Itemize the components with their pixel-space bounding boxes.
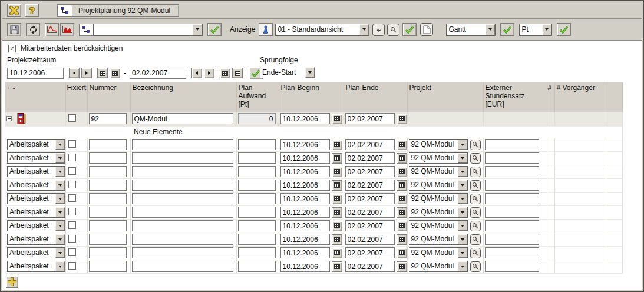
calendar-button[interactable] xyxy=(332,167,342,177)
dropdown-arrow-icon[interactable] xyxy=(458,153,467,163)
projekt-lookup-button[interactable] xyxy=(470,207,481,218)
element-type-select[interactable]: Arbeitspaket xyxy=(7,261,65,272)
fixiert-checkbox[interactable] xyxy=(68,221,76,229)
calendar-button[interactable] xyxy=(332,248,342,258)
close-button[interactable] xyxy=(7,4,21,17)
dropdown-arrow-icon[interactable] xyxy=(458,261,467,271)
calendar-button[interactable] xyxy=(397,207,407,218)
plan-ende-input[interactable] xyxy=(345,220,395,231)
dropdown-arrow-icon[interactable] xyxy=(458,234,467,244)
unit-select[interactable]: Pt xyxy=(519,24,552,36)
end-calendar-alt-button[interactable] xyxy=(232,68,243,78)
element-type-select[interactable]: Arbeitspaket xyxy=(7,166,65,177)
dropdown-arrow-icon[interactable] xyxy=(55,194,65,204)
nummer-input[interactable] xyxy=(89,247,127,258)
dropdown-arrow-icon[interactable] xyxy=(55,248,65,258)
page-tab[interactable]: Projektplanung 92 QM-Modul xyxy=(57,4,179,17)
plan-beginn-input[interactable] xyxy=(280,207,330,218)
dropdown-arrow-icon[interactable] xyxy=(458,194,467,204)
plan-ende-input[interactable] xyxy=(345,113,395,124)
stundensatz-input[interactable] xyxy=(485,247,539,258)
user-view-button[interactable] xyxy=(259,23,273,36)
calendar-button[interactable] xyxy=(397,114,407,124)
fixiert-checkbox[interactable] xyxy=(68,262,76,270)
fixiert-checkbox[interactable] xyxy=(68,181,76,188)
dropdown-arrow-icon[interactable] xyxy=(55,167,65,177)
projekt-select[interactable]: 92 QM-Modul xyxy=(409,166,468,177)
stundensatz-input[interactable] xyxy=(485,261,539,272)
save-button[interactable] xyxy=(7,23,21,36)
projekt-lookup-button[interactable] xyxy=(470,167,481,177)
calendar-button[interactable] xyxy=(332,261,342,272)
element-type-select[interactable]: Arbeitspaket xyxy=(7,234,65,245)
bezeichnung-input[interactable] xyxy=(132,261,233,272)
bezeichnung-input[interactable] xyxy=(132,220,233,231)
plan-beginn-input[interactable] xyxy=(280,261,330,272)
apply-template-button[interactable] xyxy=(207,23,222,36)
calendar-button[interactable] xyxy=(397,234,407,245)
plan-aufwand-input[interactable] xyxy=(238,220,276,231)
dropdown-arrow-icon[interactable] xyxy=(458,221,467,231)
plan-aufwand-input[interactable] xyxy=(238,180,276,191)
projekt-select[interactable]: 92 QM-Modul xyxy=(409,180,468,191)
element-type-select[interactable]: Arbeitspaket xyxy=(7,152,65,164)
projekt-lookup-button[interactable] xyxy=(470,248,481,258)
bezeichnung-input[interactable] xyxy=(132,193,233,204)
fixiert-checkbox[interactable] xyxy=(68,140,76,148)
projekt-select[interactable]: 92 QM-Modul xyxy=(409,247,468,258)
stundensatz-input[interactable] xyxy=(485,193,539,204)
projekt-lookup-button[interactable] xyxy=(470,234,481,245)
dropdown-arrow-icon[interactable] xyxy=(458,167,467,177)
stundensatz-input[interactable] xyxy=(485,220,539,231)
nummer-input[interactable] xyxy=(89,113,127,124)
projekt-select[interactable]: 92 QM-Modul xyxy=(409,207,468,218)
dropdown-arrow-icon[interactable] xyxy=(55,153,65,163)
plan-ende-input[interactable] xyxy=(345,261,395,272)
fixiert-checkbox[interactable] xyxy=(68,235,76,243)
dropdown-arrow-icon[interactable] xyxy=(486,24,495,35)
apply-mode-button[interactable] xyxy=(500,23,514,36)
start-next-button[interactable] xyxy=(81,68,92,78)
element-type-select[interactable]: Arbeitspaket xyxy=(7,207,65,218)
projekt-lookup-button[interactable] xyxy=(470,194,481,204)
element-type-select[interactable]: Arbeitspaket xyxy=(7,180,65,191)
plan-beginn-input[interactable] xyxy=(280,139,330,150)
calendar-button[interactable] xyxy=(397,221,407,231)
add-row-button[interactable] xyxy=(6,276,18,288)
search-view-button[interactable] xyxy=(387,24,399,36)
dropdown-arrow-icon[interactable] xyxy=(458,180,467,190)
stundensatz-input[interactable] xyxy=(485,166,539,177)
new-view-button[interactable] xyxy=(420,23,433,36)
collapse-expander[interactable] xyxy=(6,116,12,121)
projekt-lookup-button[interactable] xyxy=(470,261,481,272)
stundensatz-input[interactable] xyxy=(485,234,539,245)
calendar-button[interactable] xyxy=(332,140,342,150)
dropdown-arrow-icon[interactable] xyxy=(55,221,65,231)
calendar-button[interactable] xyxy=(332,194,342,204)
stundensatz-input[interactable] xyxy=(485,207,539,218)
plan-ende-input[interactable] xyxy=(345,139,395,150)
bezeichnung-input[interactable] xyxy=(132,207,233,218)
plan-beginn-input[interactable] xyxy=(280,166,330,177)
view-select[interactable]: 01 - Standardansicht xyxy=(275,24,369,36)
display-mode-select[interactable]: Gantt xyxy=(446,24,496,36)
start-prev-button[interactable] xyxy=(69,68,80,78)
calendar-button[interactable] xyxy=(332,180,342,191)
calendar-button[interactable] xyxy=(397,140,407,150)
fixiert-checkbox[interactable] xyxy=(68,154,76,161)
element-type-select[interactable]: Arbeitspaket xyxy=(7,193,65,204)
plan-beginn-input[interactable] xyxy=(280,193,330,204)
bezeichnung-input[interactable] xyxy=(132,247,233,258)
element-type-select[interactable]: Arbeitspaket xyxy=(7,247,65,258)
nummer-input[interactable] xyxy=(89,220,127,231)
plan-ende-input[interactable] xyxy=(345,207,395,218)
dropdown-arrow-icon[interactable] xyxy=(55,207,65,217)
end-calendar-button[interactable] xyxy=(220,68,230,78)
dropdown-arrow-icon[interactable] xyxy=(193,24,202,35)
plan-aufwand-input[interactable] xyxy=(238,152,276,164)
projekt-select[interactable]: 92 QM-Modul xyxy=(409,152,468,164)
calendar-button[interactable] xyxy=(397,194,407,204)
stundensatz-input[interactable] xyxy=(485,180,539,191)
plan-ende-input[interactable] xyxy=(345,247,395,258)
dropdown-arrow-icon[interactable] xyxy=(55,234,65,244)
